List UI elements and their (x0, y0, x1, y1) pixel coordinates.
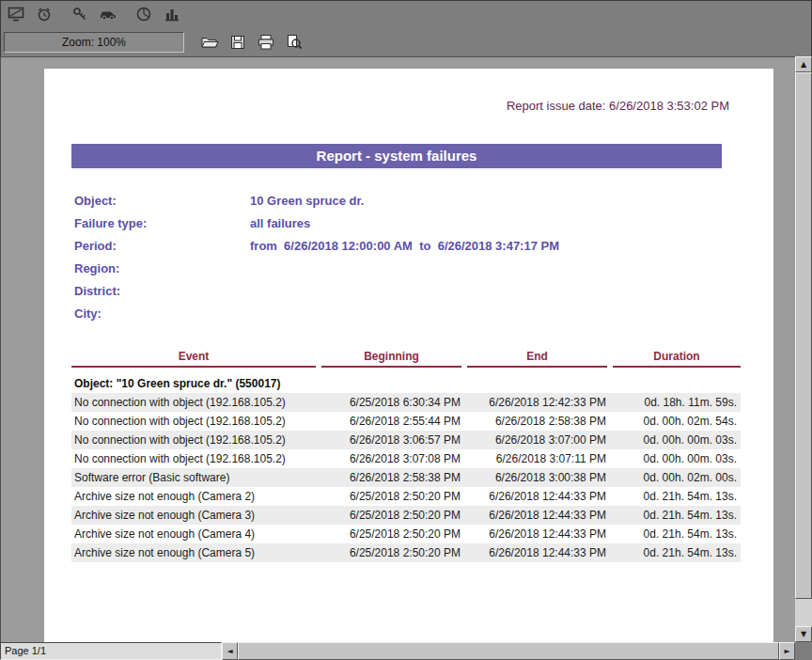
column-header-end: End (467, 347, 607, 368)
cell-event: Archive size not enough (Camera 2) (71, 487, 319, 506)
print-icon (257, 34, 275, 51)
report-issue-date: Report issue date: 6/26/2018 3:53:02 PM (507, 99, 729, 113)
table-row: Archive size not enough (Camera 5) 6/25/… (71, 543, 741, 562)
cell-event: No connection with object (192.168.105.2… (71, 412, 319, 431)
pie-chart-icon (135, 6, 152, 23)
cell-duration: 0d. 18h. 11m. 59s. (610, 393, 741, 412)
arrow-down-icon: ▼ (801, 631, 806, 638)
car-button[interactable] (96, 2, 120, 26)
report-page: Report issue date: 6/26/2018 3:53:02 PM … (44, 69, 773, 642)
field-label: Period: (74, 239, 250, 253)
page-indicator: Page 1/1 (0, 642, 222, 660)
open-folder-icon (200, 34, 219, 51)
horizontal-scrollbar[interactable]: ◄ ► (222, 642, 795, 660)
toolbar-separator (120, 14, 132, 15)
cell-end: 6/26/2018 12:44:33 PM (464, 487, 610, 506)
scroll-up-button[interactable]: ▲ (795, 56, 812, 72)
field-district: District: (74, 279, 732, 302)
cell-beginning: 6/25/2018 2:50:20 PM (319, 543, 464, 562)
table-group-header: Object: "10 Green spruce dr." (550017) (71, 374, 741, 393)
cell-duration: 0d. 21h. 54m. 13s. (610, 525, 741, 543)
bar-chart-icon (164, 6, 180, 23)
toolbar-separator (56, 14, 68, 15)
cell-end: 6/26/2018 12:44:33 PM (464, 525, 610, 543)
cell-end: 6/26/2018 12:44:33 PM (464, 543, 610, 562)
failures-table: Event Beginning End Duration Object: "10… (71, 347, 741, 562)
cell-beginning: 6/25/2018 6:30:34 PM (319, 393, 464, 412)
vertical-scrollbar[interactable]: ▲ ▼ (795, 56, 812, 642)
field-value: all failures (250, 216, 310, 230)
table-row: Archive size not enough (Camera 2) 6/25/… (71, 487, 741, 506)
table-row: Software error (Basic software) 6/26/201… (71, 468, 741, 487)
print-button[interactable] (254, 30, 278, 55)
column-header-event: Event (71, 347, 316, 368)
table-row: No connection with object (192.168.105.2… (71, 431, 741, 449)
toolbar-main (0, 0, 812, 28)
cell-duration: 0d. 00h. 00m. 03s. (610, 449, 741, 468)
column-header-beginning: Beginning (321, 347, 461, 368)
bar-chart-button[interactable] (160, 2, 184, 26)
open-button[interactable] (197, 30, 222, 55)
report-viewer-window: Zoom: 100% (0, 0, 812, 660)
vertical-scroll-track[interactable] (795, 599, 812, 626)
field-value: from 6/26/2018 12:00:00 AM to 6/26/2018 … (250, 239, 559, 253)
field-label: District: (74, 284, 250, 298)
monitor-button[interactable] (4, 2, 28, 26)
column-header-duration: Duration (613, 347, 741, 368)
cell-duration: 0d. 21h. 54m. 13s. (610, 487, 741, 506)
table-row: No connection with object (192.168.105.2… (71, 412, 741, 431)
table-row: No connection with object (192.168.105.2… (71, 449, 741, 468)
report-title: Report - system failures (71, 144, 722, 168)
vertical-scroll-thumb[interactable] (795, 72, 812, 599)
cell-duration: 0d. 00h. 00m. 03s. (610, 431, 741, 449)
field-city: City: (74, 302, 732, 324)
preview-icon (286, 34, 303, 51)
field-value: 10 Green spruce dr. (250, 194, 364, 208)
report-parameters: Object: 10 Green spruce dr. Failure type… (74, 189, 732, 324)
arrow-up-icon: ▲ (801, 61, 806, 69)
cell-beginning: 6/26/2018 2:55:44 PM (319, 412, 464, 431)
cell-end: 6/26/2018 3:00:38 PM (464, 468, 610, 487)
zoom-level-indicator: Zoom: 100% (4, 32, 184, 53)
cell-event: No connection with object (192.168.105.2… (71, 393, 319, 412)
cell-event: Archive size not enough (Camera 4) (71, 525, 319, 543)
car-icon (99, 6, 117, 23)
cell-beginning: 6/25/2018 2:50:20 PM (319, 506, 464, 525)
field-period: Period: from 6/26/2018 12:00:00 AM to 6/… (74, 234, 732, 257)
cell-event: No connection with object (192.168.105.2… (71, 431, 319, 449)
cell-end: 6/26/2018 12:44:33 PM (464, 506, 610, 525)
cell-event: Software error (Basic software) (71, 468, 319, 487)
cell-duration: 0d. 21h. 54m. 13s. (610, 506, 741, 525)
cell-duration: 0d. 00h. 02m. 54s. (610, 412, 741, 431)
table-row: Archive size not enough (Camera 3) 6/25/… (71, 506, 741, 525)
scroll-down-button[interactable]: ▼ (795, 626, 812, 642)
field-label: Object: (74, 194, 250, 208)
scroll-right-button[interactable]: ► (779, 642, 795, 660)
scroll-left-button[interactable]: ◄ (222, 642, 238, 660)
cell-duration: 0d. 21h. 54m. 13s. (610, 543, 741, 562)
save-button[interactable] (226, 30, 250, 55)
key-button[interactable] (68, 2, 92, 26)
field-label: City: (74, 306, 250, 321)
table-header-row: Event Beginning End Duration (71, 347, 741, 368)
field-label: Region: (74, 261, 250, 275)
status-bar: Page 1/1 ◄ ► (0, 642, 812, 660)
monitor-icon (8, 6, 24, 23)
alarm-clock-button[interactable] (32, 2, 56, 26)
table-body: No connection with object (192.168.105.2… (71, 393, 741, 562)
cell-beginning: 6/25/2018 2:50:20 PM (319, 525, 464, 543)
cell-event: Archive size not enough (Camera 3) (71, 506, 319, 525)
table-row: Archive size not enough (Camera 4) 6/25/… (71, 525, 741, 543)
cell-beginning: 6/26/2018 3:07:08 PM (319, 449, 464, 468)
field-region: Region: (74, 257, 732, 279)
cell-beginning: 6/25/2018 2:50:20 PM (319, 487, 464, 506)
table-row: No connection with object (192.168.105.2… (71, 393, 741, 412)
pie-chart-button[interactable] (132, 2, 156, 26)
preview-button[interactable] (282, 30, 306, 55)
cell-end: 6/26/2018 12:42:33 PM (464, 393, 610, 412)
preview-viewport: Report issue date: 6/26/2018 3:53:02 PM … (0, 56, 795, 642)
cell-end: 6/26/2018 3:07:00 PM (464, 431, 610, 449)
cell-beginning: 6/26/2018 3:06:57 PM (319, 431, 464, 449)
horizontal-scroll-thumb[interactable] (238, 642, 779, 660)
key-icon (71, 6, 88, 23)
